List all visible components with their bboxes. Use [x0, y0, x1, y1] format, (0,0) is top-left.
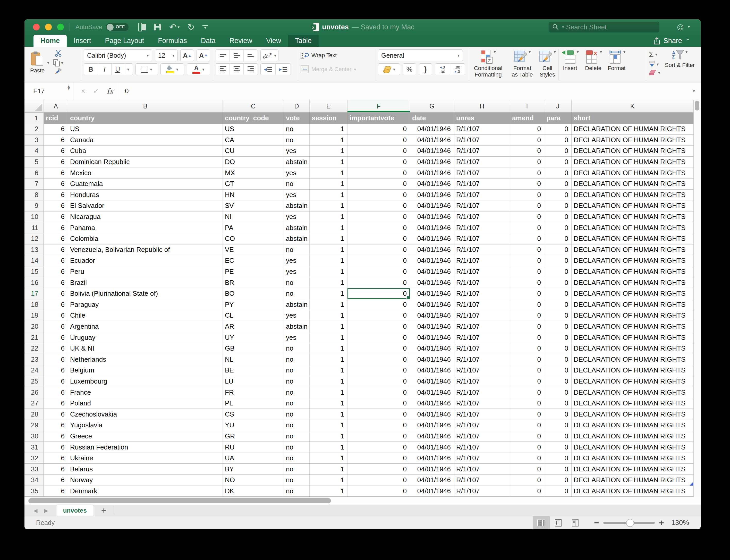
cell-E35[interactable]: 1 — [310, 486, 347, 497]
cell-G4[interactable]: 04/01/1946 — [410, 146, 454, 156]
row-header-15[interactable]: 15 — [24, 266, 44, 277]
cell-G23[interactable]: 04/01/1946 — [410, 354, 454, 365]
cell-A29[interactable]: 6 — [44, 420, 68, 431]
delete-cells-button[interactable]: x ▾ Delete — [584, 49, 602, 71]
cell-I8[interactable]: 0 — [510, 190, 544, 200]
cell-I26[interactable]: 0 — [510, 387, 544, 398]
cell-H14[interactable]: R/1/107 — [454, 255, 510, 266]
cell-I18[interactable]: 0 — [510, 299, 544, 310]
cell-G31[interactable]: 04/01/1946 — [410, 442, 454, 453]
cell-G11[interactable]: 04/01/1946 — [410, 222, 454, 233]
row-header-17[interactable]: 17 — [24, 288, 44, 299]
cell-A19[interactable]: 6 — [44, 310, 68, 321]
row-header-28[interactable]: 28 — [24, 409, 44, 420]
cell-J33[interactable]: 0 — [544, 464, 572, 474]
row-header-1[interactable]: 1 — [24, 113, 44, 124]
cell-H5[interactable]: R/1/107 — [454, 157, 510, 167]
cell-A31[interactable]: 6 — [44, 442, 68, 453]
cell-K19[interactable]: DECLARATION OF HUMAN RIGHTS — [572, 310, 693, 321]
cell-C32[interactable]: UA — [223, 453, 284, 464]
cell-A23[interactable]: 6 — [44, 354, 68, 365]
cell-E23[interactable]: 1 — [310, 354, 347, 365]
cell-G14[interactable]: 04/01/1946 — [410, 255, 454, 266]
cell-H30[interactable]: R/1/107 — [454, 431, 510, 442]
cancel-icon[interactable]: × — [81, 87, 85, 95]
borders-button[interactable]: ▾ — [135, 63, 158, 75]
cell-G28[interactable]: 04/01/1946 — [410, 409, 454, 420]
cell-B32[interactable]: Ukraine — [68, 453, 223, 464]
ribbon-tab-insert[interactable]: Insert — [67, 35, 98, 47]
cell-G29[interactable]: 04/01/1946 — [410, 420, 454, 431]
cell-B12[interactable]: Colombia — [68, 233, 223, 244]
zoom-in-button[interactable]: + — [659, 518, 664, 528]
cell-H24[interactable]: R/1/107 — [454, 365, 510, 376]
cell-J4[interactable]: 0 — [544, 146, 572, 156]
ribbon-tab-page-layout[interactable]: Page Layout — [98, 35, 151, 47]
row-header-24[interactable]: 24 — [24, 365, 44, 376]
align-middle-button[interactable] — [230, 50, 244, 61]
cell-K30[interactable]: DECLARATION OF HUMAN RIGHTS — [572, 431, 693, 442]
cell-B6[interactable]: Mexico — [68, 167, 223, 178]
column-header-E[interactable]: E — [310, 100, 347, 112]
cell-I14[interactable]: 0 — [510, 255, 544, 266]
cell-G6[interactable]: 04/01/1946 — [410, 167, 454, 178]
cell-H29[interactable]: R/1/107 — [454, 420, 510, 431]
column-header-C[interactable]: C — [223, 100, 284, 112]
cell-I28[interactable]: 0 — [510, 409, 544, 420]
cell-A25[interactable]: 6 — [44, 376, 68, 387]
cell-B2[interactable]: US — [68, 124, 223, 134]
cell-D15[interactable]: yes — [284, 266, 310, 277]
cell-J6[interactable]: 0 — [544, 167, 572, 178]
comma-style-button[interactable]: ) — [419, 63, 432, 75]
cell-H15[interactable]: R/1/107 — [454, 266, 510, 277]
cell-D22[interactable]: no — [284, 343, 310, 354]
cell-K31[interactable]: DECLARATION OF HUMAN RIGHTS — [572, 442, 693, 453]
cell-B31[interactable]: Russian Federation — [68, 442, 223, 453]
cell-E16[interactable]: 1 — [310, 277, 347, 288]
autosum-button[interactable]: Σ ▾ — [649, 50, 660, 59]
cell-A12[interactable]: 6 — [44, 233, 68, 244]
cell-H20[interactable]: R/1/107 — [454, 321, 510, 332]
cell-C26[interactable]: FR — [223, 387, 284, 398]
cell-D6[interactable]: yes — [284, 167, 310, 178]
cell-B13[interactable]: Venezuela, Bolivarian Republic of — [68, 244, 223, 255]
cell-F18[interactable]: 0 — [347, 299, 410, 310]
cell-A9[interactable]: 6 — [44, 200, 68, 211]
cell-A5[interactable]: 6 — [44, 157, 68, 167]
customize-toolbar-icon[interactable]: ▾ — [202, 25, 208, 29]
close-window-button[interactable] — [33, 24, 40, 30]
next-sheet-icon[interactable]: ▶ — [44, 507, 48, 514]
cell-J34[interactable]: 0 — [544, 475, 572, 486]
cell-K14[interactable]: DECLARATION OF HUMAN RIGHTS — [572, 255, 693, 266]
cell-E26[interactable]: 1 — [310, 387, 347, 398]
cell-D17[interactable]: no — [284, 288, 310, 299]
cell-D35[interactable]: no — [284, 486, 310, 497]
cell-C11[interactable]: PA — [223, 222, 284, 233]
cell-H23[interactable]: R/1/107 — [454, 354, 510, 365]
underline-caret[interactable]: ▾ — [124, 64, 133, 75]
cell-D20[interactable]: abstain — [284, 321, 310, 332]
cell-K18[interactable]: DECLARATION OF HUMAN RIGHTS — [572, 299, 693, 310]
cell-B16[interactable]: Brazil — [68, 277, 223, 288]
cell-E18[interactable]: 1 — [310, 299, 347, 310]
cell-I3[interactable]: 0 — [510, 135, 544, 146]
cell-E32[interactable]: 1 — [310, 453, 347, 464]
copy-button[interactable]: ▾ — [53, 59, 63, 66]
cell-K17[interactable]: DECLARATION OF HUMAN RIGHTS — [572, 288, 693, 299]
align-right-button[interactable] — [244, 64, 258, 75]
zoom-slider-thumb[interactable] — [626, 519, 634, 527]
cell-F4[interactable]: 0 — [347, 146, 410, 156]
cell-G19[interactable]: 04/01/1946 — [410, 310, 454, 321]
cell-B20[interactable]: Argentina — [68, 321, 223, 332]
row-header-10[interactable]: 10 — [24, 211, 44, 222]
cell-D32[interactable]: no — [284, 453, 310, 464]
row-header-30[interactable]: 30 — [24, 431, 44, 442]
undo-button[interactable]: ↶▾ — [169, 23, 180, 31]
cell-C25[interactable]: LU — [223, 376, 284, 387]
header-cell-unres[interactable]: unres — [454, 113, 510, 124]
cell-A28[interactable]: 6 — [44, 409, 68, 420]
cell-G13[interactable]: 04/01/1946 — [410, 244, 454, 255]
cell-C5[interactable]: DO — [223, 157, 284, 167]
cell-G9[interactable]: 04/01/1946 — [410, 200, 454, 211]
cell-K33[interactable]: DECLARATION OF HUMAN RIGHTS — [572, 464, 693, 474]
